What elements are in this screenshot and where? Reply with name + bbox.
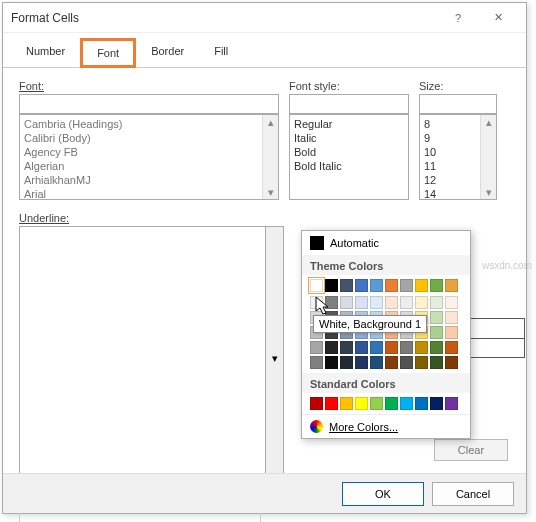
color-swatch[interactable] (325, 397, 338, 410)
color-swatch[interactable] (325, 279, 338, 292)
color-swatch[interactable] (400, 296, 413, 309)
color-swatch[interactable] (385, 296, 398, 309)
automatic-option[interactable]: Automatic (302, 231, 470, 255)
color-swatch[interactable] (445, 296, 458, 309)
color-swatch[interactable] (445, 326, 458, 339)
color-swatch[interactable] (400, 341, 413, 354)
color-swatch[interactable] (445, 356, 458, 369)
more-colors-option[interactable]: More Colors... (302, 414, 470, 438)
color-swatch[interactable] (310, 356, 323, 369)
color-swatch[interactable] (310, 279, 323, 292)
titlebar: Format Cells ? ✕ (3, 3, 526, 33)
list-item[interactable]: Agency FB (24, 145, 274, 159)
color-swatch[interactable] (415, 341, 428, 354)
color-swatch[interactable] (370, 341, 383, 354)
tab-strip: Number Font Border Fill (3, 37, 526, 68)
footer: OK Cancel (3, 473, 526, 513)
help-button[interactable]: ? (438, 4, 478, 32)
color-swatch[interactable] (430, 311, 443, 324)
preview-box (463, 318, 525, 358)
font-input[interactable] (19, 94, 279, 114)
color-swatch[interactable] (340, 296, 353, 309)
color-wheel-icon (310, 420, 323, 433)
window-title: Format Cells (11, 11, 438, 25)
clear-button[interactable]: Clear (434, 439, 508, 461)
color-swatch[interactable] (325, 341, 338, 354)
color-swatch[interactable] (445, 341, 458, 354)
cursor-icon (315, 296, 333, 318)
color-swatch[interactable] (430, 341, 443, 354)
color-swatch[interactable] (355, 279, 368, 292)
list-item[interactable]: Regular (294, 117, 404, 131)
list-item[interactable]: Algerian (24, 159, 274, 173)
color-swatch[interactable] (385, 356, 398, 369)
color-swatch[interactable] (430, 397, 443, 410)
ok-button[interactable]: OK (342, 482, 424, 506)
color-swatch[interactable] (400, 397, 413, 410)
color-swatch[interactable] (355, 341, 368, 354)
chevron-down-icon[interactable]: ▾ (265, 227, 283, 490)
color-swatch[interactable] (340, 341, 353, 354)
size-input[interactable] (419, 94, 497, 114)
color-swatch[interactable] (385, 341, 398, 354)
color-swatch[interactable] (355, 356, 368, 369)
scrollbar[interactable]: ▴▾ (480, 115, 496, 199)
color-swatch[interactable] (355, 296, 368, 309)
cancel-button[interactable]: Cancel (432, 482, 514, 506)
color-swatch[interactable] (400, 356, 413, 369)
color-swatch[interactable] (355, 397, 368, 410)
tab-border[interactable]: Border (136, 38, 199, 68)
list-item[interactable]: Calibri (Body) (24, 131, 274, 145)
list-item[interactable]: Arial (24, 187, 274, 200)
list-item[interactable]: ArhialkhanMJ (24, 173, 274, 187)
tab-fill[interactable]: Fill (199, 38, 243, 68)
color-swatch[interactable] (445, 279, 458, 292)
color-swatch[interactable] (325, 356, 338, 369)
swatch-icon (310, 236, 324, 250)
color-swatch[interactable] (430, 279, 443, 292)
color-swatch[interactable] (430, 356, 443, 369)
color-swatch[interactable] (430, 326, 443, 339)
color-swatch[interactable] (385, 279, 398, 292)
size-listbox[interactable]: 8 9 10 11 12 14 ▴▾ (419, 114, 497, 200)
underline-label: Underline: (19, 212, 284, 224)
list-item[interactable]: Italic (294, 131, 404, 145)
color-swatch[interactable] (340, 279, 353, 292)
color-swatch[interactable] (370, 356, 383, 369)
color-swatch[interactable] (310, 397, 323, 410)
fontstyle-label: Font style: (289, 80, 409, 92)
color-swatch[interactable] (310, 341, 323, 354)
color-picker-popup: Automatic Theme Colors Standard Colors M… (301, 230, 471, 439)
color-swatch[interactable] (415, 279, 428, 292)
font-listbox[interactable]: Cambria (Headings) Calibri (Body) Agency… (19, 114, 279, 200)
theme-swatch-row (302, 275, 470, 296)
color-swatch[interactable] (415, 397, 428, 410)
underline-combo[interactable]: ▾ (19, 226, 284, 491)
standard-colors-header: Standard Colors (302, 373, 470, 393)
color-swatch[interactable] (340, 356, 353, 369)
size-label: Size: (419, 80, 497, 92)
standard-swatch-row (302, 393, 470, 414)
color-swatch[interactable] (445, 397, 458, 410)
color-swatch[interactable] (340, 397, 353, 410)
color-swatch[interactable] (400, 279, 413, 292)
list-item[interactable]: Cambria (Headings) (24, 117, 274, 131)
tab-font[interactable]: Font (80, 38, 136, 68)
fontstyle-listbox[interactable]: Regular Italic Bold Bold Italic (289, 114, 409, 200)
color-swatch[interactable] (385, 397, 398, 410)
color-swatch[interactable] (370, 296, 383, 309)
list-item[interactable]: Bold (294, 145, 404, 159)
color-swatch[interactable] (445, 311, 458, 324)
color-swatch[interactable] (415, 296, 428, 309)
tab-number[interactable]: Number (11, 38, 80, 68)
fontstyle-input[interactable] (289, 94, 409, 114)
color-swatch[interactable] (370, 279, 383, 292)
close-button[interactable]: ✕ (478, 4, 518, 32)
font-label: Font: (19, 80, 279, 92)
scrollbar[interactable]: ▴▾ (262, 115, 278, 199)
color-swatch[interactable] (415, 356, 428, 369)
list-item[interactable]: Bold Italic (294, 159, 404, 173)
color-swatch[interactable] (370, 397, 383, 410)
theme-colors-header: Theme Colors (302, 255, 470, 275)
color-swatch[interactable] (430, 296, 443, 309)
